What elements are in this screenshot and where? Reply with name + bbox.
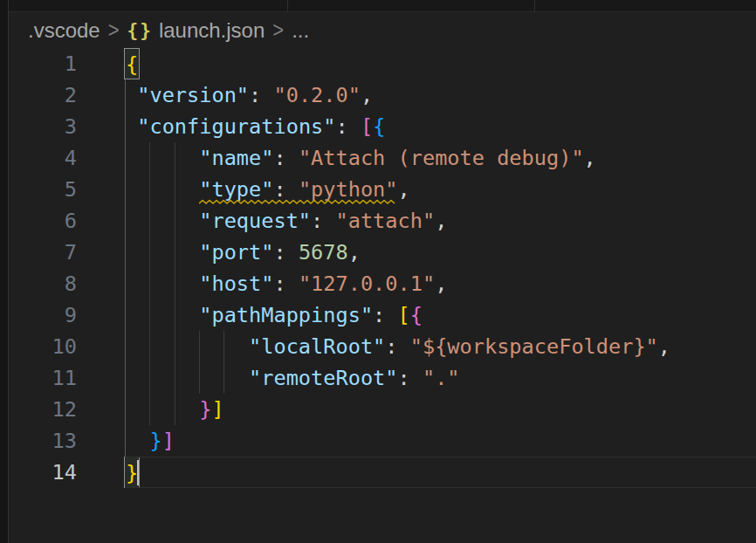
tab-divider	[287, 0, 288, 11]
code-token: ,	[584, 146, 596, 170]
code-token: :	[273, 177, 298, 202]
code-token: {	[373, 114, 385, 139]
line-number[interactable]: 9	[0, 299, 91, 331]
code-token: }	[149, 429, 162, 453]
code-token: :	[249, 83, 273, 107]
code-line[interactable]: 6 "request": "attach",	[0, 205, 756, 237]
code-token: "Attach (remote debug)"	[299, 146, 584, 170]
code-text[interactable]: "port": 5678,	[91, 237, 756, 268]
code-line[interactable]: 7 "port": 5678,	[0, 237, 756, 268]
code-line[interactable]: 3 "configurations": [{	[0, 111, 756, 142]
code-text[interactable]: {	[91, 48, 756, 79]
code-line[interactable]: 10 "localRoot": "${workspaceFolder}",	[0, 331, 756, 362]
code-text[interactable]: "type": "python",	[91, 174, 756, 205]
indent-guide	[223, 362, 224, 394]
chevron-right-icon: >	[108, 17, 120, 44]
indent-guide	[175, 299, 175, 331]
code-token: ,	[398, 177, 410, 202]
line-number[interactable]: 1	[0, 48, 91, 79]
breadcrumb: .vscode > {} launch.json > ...	[9, 12, 756, 48]
code-line[interactable]: 11 "remoteRoot": "."	[0, 362, 756, 394]
breadcrumb-item-file[interactable]: launch.json	[159, 18, 265, 43]
indent-guide	[199, 331, 200, 362]
code-text[interactable]: "localRoot": "${workspaceFolder}",	[91, 331, 756, 362]
code-text[interactable]: "name": "Attach (remote debug)",	[91, 142, 756, 174]
code-token: "remoteRoot"	[249, 366, 397, 390]
code-line[interactable]: 12 }]	[0, 394, 756, 425]
line-number[interactable]: 2	[0, 79, 91, 111]
line-number[interactable]: 14	[0, 457, 91, 488]
code-line[interactable]: 2 "version": "0.2.0",	[0, 79, 756, 111]
code-text[interactable]: }]	[91, 425, 756, 457]
code-line[interactable]: 1{	[0, 48, 756, 79]
line-number[interactable]: 8	[0, 268, 91, 299]
line-number[interactable]: 4	[0, 142, 91, 174]
indent-guide	[199, 362, 200, 394]
code-token: "attach"	[336, 209, 436, 233]
code-token: "name"	[199, 146, 273, 170]
current-line-highlight	[125, 457, 756, 488]
line-number[interactable]: 6	[0, 205, 91, 237]
line-number[interactable]: 10	[0, 331, 91, 362]
indent-guide	[149, 205, 150, 237]
code-token: {	[410, 303, 423, 327]
indent-guide	[149, 362, 150, 394]
code-token: "port"	[199, 240, 273, 265]
code-text[interactable]: "host": "127.0.0.1",	[91, 268, 756, 299]
code-token: "python"	[299, 177, 398, 202]
indent-guide	[149, 174, 150, 205]
code-text[interactable]: "configurations": [{	[91, 111, 756, 142]
code-line[interactable]: 14}	[0, 457, 756, 488]
code-text[interactable]: }]	[91, 394, 756, 425]
code-token: [	[398, 303, 410, 327]
code-token: :	[373, 303, 397, 327]
code-token: "configurations"	[137, 114, 335, 139]
code-text[interactable]: "request": "attach",	[91, 205, 756, 237]
code-text[interactable]: "pathMappings": [{	[91, 299, 756, 331]
code-line[interactable]: 8 "host": "127.0.0.1",	[0, 268, 756, 299]
line-number[interactable]: 13	[0, 425, 91, 457]
code-token: ]	[162, 429, 175, 453]
code-token: "host"	[199, 272, 273, 296]
matched-bracket: {	[124, 48, 140, 79]
code-token: "0.2.0"	[273, 83, 360, 107]
code-line[interactable]: 9 "pathMappings": [{	[0, 299, 756, 331]
code-text[interactable]: "version": "0.2.0",	[91, 79, 756, 111]
code-token: "version"	[137, 83, 249, 107]
indent-guide	[125, 174, 126, 205]
json-braces-icon: {}	[127, 20, 153, 41]
code-token: "request"	[199, 209, 311, 233]
tab-bar[interactable]	[9, 0, 756, 12]
indent-guide	[223, 331, 224, 362]
text-cursor	[137, 460, 139, 485]
code-text[interactable]: "remoteRoot": "."	[91, 362, 756, 394]
indent-guide	[125, 362, 126, 394]
indent-guide	[175, 331, 175, 362]
code-token: "type"	[199, 177, 273, 202]
editor-content[interactable]: 1{2 "version": "0.2.0",3 "configurations…	[0, 48, 756, 488]
tab-divider	[534, 0, 535, 11]
breadcrumb-item-symbol[interactable]: ...	[292, 18, 309, 43]
code-token: ,	[348, 240, 361, 265]
code-text[interactable]: }	[91, 457, 756, 488]
line-number[interactable]: 7	[0, 237, 91, 268]
line-number[interactable]: 5	[0, 174, 91, 205]
line-number[interactable]: 11	[0, 362, 91, 394]
breadcrumb-item-folder[interactable]: .vscode	[28, 18, 100, 43]
code-line[interactable]: 4 "name": "Attach (remote debug)",	[0, 142, 756, 174]
code-token: :	[273, 240, 298, 265]
code-token: ,	[658, 334, 670, 359]
line-number[interactable]: 3	[0, 111, 91, 142]
code-token: :	[311, 209, 335, 233]
indent-guide	[125, 299, 126, 331]
code-token: 5678	[299, 240, 348, 265]
indent-guide	[125, 79, 126, 111]
indent-guide	[149, 237, 150, 268]
code-token: "localRoot"	[249, 334, 385, 359]
indent-guide	[149, 394, 150, 425]
indent-guide	[125, 237, 126, 268]
code-line[interactable]: 5 "type": "python",	[0, 174, 756, 205]
line-number[interactable]: 12	[0, 394, 91, 425]
code-line[interactable]: 13 }]	[0, 425, 756, 457]
indent-guide	[175, 268, 175, 299]
